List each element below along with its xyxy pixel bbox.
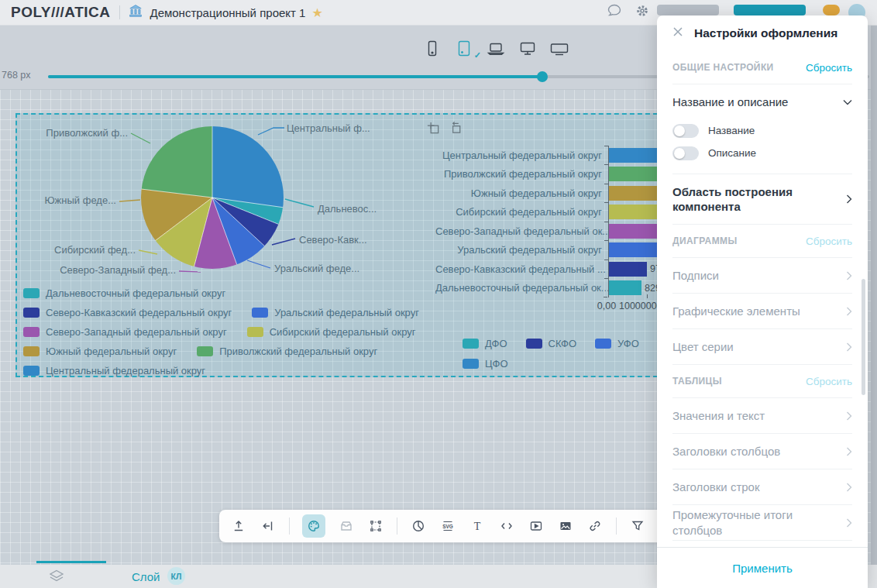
bar[interactable]	[609, 262, 647, 277]
transform-icon[interactable]	[367, 518, 384, 535]
panel-item-table-2[interactable]: Заголовки строк	[672, 469, 852, 505]
layers-icon[interactable]	[48, 569, 65, 587]
phone-icon[interactable]	[422, 39, 442, 59]
bank-icon	[128, 4, 143, 21]
toggle-title[interactable]: Название	[672, 119, 852, 142]
section-tables-label: ТАБЛИЦЫ	[672, 376, 722, 387]
legend-swatch	[23, 308, 40, 318]
link-icon[interactable]	[586, 518, 604, 535]
legend-swatch	[23, 366, 40, 376]
panel-title: Настройки оформления	[694, 26, 837, 40]
component-toolbar: SVG T	[219, 510, 665, 542]
divider	[397, 518, 397, 535]
code-icon[interactable]	[498, 518, 515, 535]
toggle-switch[interactable]	[672, 124, 699, 138]
legend-swatch	[526, 339, 542, 349]
panel-scroll-area[interactable]: ОБЩИЕ НАСТРОЙКИ Сбросить Название и опис…	[657, 51, 868, 548]
legend-swatch	[463, 339, 479, 349]
bar-category-label: Северо-Западный федеральный ок...	[435, 225, 608, 237]
bar-category-label: Уральский федеральный округ	[435, 244, 608, 256]
laptop-icon[interactable]	[486, 39, 506, 59]
legend-swatch	[23, 327, 40, 337]
pie[interactable]	[141, 126, 284, 269]
legend-item[interactable]: ЦФО	[463, 358, 508, 370]
scrollbar[interactable]	[871, 25, 877, 588]
pie-callout-label: Северо-Кавк...	[299, 234, 367, 246]
pie-callout-label: Северо-Западный фед...	[60, 264, 176, 276]
legend-swatch	[252, 308, 268, 318]
bar[interactable]	[609, 280, 641, 295]
filter-icon[interactable]	[629, 518, 646, 535]
chat-icon[interactable]	[606, 2, 623, 22]
legend-item[interactable]: ДФО	[463, 338, 507, 349]
divider	[119, 5, 120, 19]
slider-handle[interactable]	[537, 71, 548, 82]
legend-item[interactable]: Сибирский федеральный округ	[247, 326, 416, 338]
legend-item[interactable]: СКФО	[526, 338, 577, 349]
panel-item-table-3[interactable]: Промежуточные итоги столбцов	[672, 505, 852, 541]
upload-icon[interactable]	[230, 518, 247, 535]
monitor-icon[interactable]	[518, 39, 538, 59]
bar-category-label: Дальневосточный федеральный ок...	[435, 282, 608, 294]
chevron-right-icon	[846, 342, 852, 352]
close-icon[interactable]	[672, 26, 683, 40]
tray-icon[interactable]	[338, 518, 355, 535]
legend-item[interactable]: Приволжский федеральный округ	[197, 346, 377, 357]
pie-callout-label: Сибирский фед...	[54, 244, 136, 256]
text-icon[interactable]: T	[469, 518, 486, 535]
chevron-right-icon	[846, 307, 852, 316]
axis-tick-label: 0,00	[597, 301, 616, 311]
apply-button[interactable]: Применить	[732, 562, 793, 575]
tablet-icon[interactable]: ✓	[454, 39, 474, 59]
tv-icon[interactable]	[549, 39, 569, 59]
hidden-primary-button	[734, 5, 806, 15]
panel-item-table-1[interactable]: Заголовки столбцов	[672, 434, 852, 469]
toggle-description[interactable]: Описание	[672, 142, 852, 164]
gear-icon[interactable]	[634, 2, 651, 22]
chevron-right-icon	[846, 411, 852, 421]
legend-item[interactable]: Северо-Кавказский федеральный округ	[23, 307, 232, 318]
check-icon: ✓	[474, 50, 481, 60]
chevron-right-icon	[846, 483, 852, 492]
svg-icon[interactable]: SVG	[439, 518, 456, 535]
pie-callout-label: Дальневос...	[318, 203, 377, 215]
legend-item[interactable]: Центральный федеральный округ	[23, 365, 205, 377]
bar-category-label: Центральный федеральный округ	[435, 150, 608, 161]
hidden-badge	[823, 5, 840, 15]
panel-item-table-0[interactable]: Значения и текст	[672, 398, 852, 434]
general-reset-button[interactable]: Сбросить	[806, 62, 852, 74]
legend-item[interactable]: Уральский федеральный округ	[252, 307, 419, 318]
panel-item-diagram-0[interactable]: Подписи	[672, 258, 852, 294]
active-tab-indicator	[36, 561, 106, 563]
bar-category-label: Северо-Кавказский федеральный ...	[435, 263, 608, 275]
tables-reset-button: Сбросить	[806, 376, 852, 387]
star-icon[interactable]: ★	[311, 5, 322, 20]
legend-item[interactable]: Северо-Западный федеральный округ	[23, 326, 227, 338]
video-icon[interactable]	[528, 518, 545, 535]
panel-item-diagram-1[interactable]: Графические элементы	[672, 294, 852, 329]
image-icon[interactable]	[557, 518, 574, 535]
panel-scrollbar-thumb[interactable]	[862, 279, 865, 395]
pie-chart-icon[interactable]	[410, 518, 427, 535]
legend-item[interactable]: УФО	[595, 338, 639, 349]
collapse-left-icon[interactable]	[260, 518, 277, 535]
project-title[interactable]: Демонстрационный проект 1	[150, 6, 305, 19]
chevron-right-icon	[846, 271, 852, 280]
pie-callout-label: Центральный ф...	[287, 122, 370, 134]
palette-icon[interactable]	[302, 514, 325, 538]
pie-callout-label: Приволжский ф...	[46, 127, 128, 139]
tab-layer[interactable]: Слой	[132, 570, 160, 583]
pie-area: Дальневосточный федеральный округСеверо-…	[17, 115, 451, 379]
panel-item-diagram-2[interactable]: Цвет серии	[672, 329, 852, 365]
slider-fill	[48, 75, 542, 78]
panel-item-name-description[interactable]: Название и описание	[672, 84, 852, 119]
diagrams-reset-button: Сбросить	[806, 236, 852, 247]
axis-tick	[647, 294, 648, 298]
panel-item-build-area[interactable]: Область построения компонента	[672, 174, 852, 225]
chevron-down-icon	[843, 99, 852, 105]
toggle-switch[interactable]	[672, 146, 699, 160]
bar-category-label: Южный федеральный округ	[435, 187, 608, 199]
section-diagrams-label: ДИАГРАММЫ	[672, 236, 738, 246]
legend-item[interactable]: Дальневосточный федеральный округ	[23, 287, 225, 299]
legend-item[interactable]: Южный федеральный округ	[23, 346, 177, 357]
